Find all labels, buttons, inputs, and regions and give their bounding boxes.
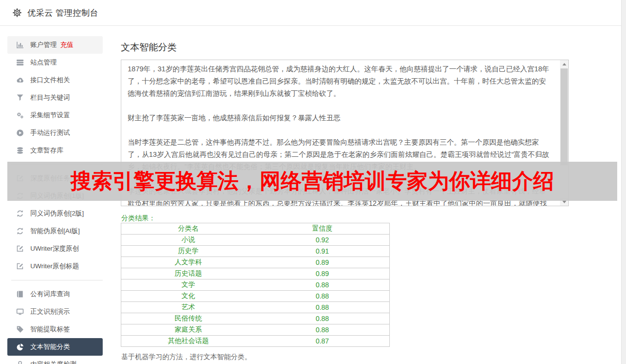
monitor-icon xyxy=(16,308,24,316)
sidebar-item-label: 采集细节设置 xyxy=(30,111,70,120)
sidebar-item-5[interactable]: 手动运行测试 xyxy=(7,124,103,142)
table-row: 历史话题 0.89 xyxy=(121,268,390,279)
sidebar-item-14[interactable]: 正文识别演示 xyxy=(7,303,103,321)
sidebar-item-15[interactable]: 智能提取标签 xyxy=(7,321,103,338)
table-row: 家庭关系 0.88 xyxy=(121,324,390,336)
confidence-cell: 0.88 xyxy=(255,313,390,324)
sidebar-item-0[interactable]: 账户管理 充值 xyxy=(7,36,103,54)
sidebar-item-1[interactable]: 站点管理 xyxy=(7,54,103,71)
sidebar-item-label: 内容相关度检测 xyxy=(30,360,77,364)
sidebar-item-9[interactable]: 同义词伪原创[2版] xyxy=(7,205,103,222)
category-cell: 历史话题 xyxy=(121,268,256,279)
sidebar-item-11[interactable]: UWriter深度原创 xyxy=(7,240,103,257)
sidebar-item-label: UWriter原创标题 xyxy=(30,262,79,271)
scrollbar-thumb[interactable] xyxy=(560,68,568,165)
recharge-link[interactable]: 充值 xyxy=(60,41,73,49)
sidebar-item-6[interactable]: 文章暂存库 xyxy=(7,142,103,159)
confidence-header: 置信度 xyxy=(255,223,390,235)
table-row: 小说 0.92 xyxy=(121,235,390,246)
cloud-upload-icon xyxy=(16,76,24,84)
page-title: 文本智能分类 xyxy=(121,41,177,54)
app-header: 优采云 管理控制台 xyxy=(0,0,626,26)
refresh-icon xyxy=(16,227,24,235)
confidence-cell: 0.88 xyxy=(255,279,390,291)
confidence-cell: 0.89 xyxy=(255,257,390,268)
sidebar-item-2[interactable]: 接口文件相关 xyxy=(7,71,103,89)
play-circle-icon xyxy=(16,129,24,137)
sidebar-item-12[interactable]: UWriter原创标题 xyxy=(7,257,103,275)
table-row: 人文学科 0.89 xyxy=(121,257,390,268)
category-cell: 文化 xyxy=(121,291,256,302)
category-cell: 艺术 xyxy=(121,302,256,313)
sidebar-item-10[interactable]: 智能伪原创[AI版] xyxy=(7,222,103,240)
sidebar-item-3[interactable]: 栏目与关键词 xyxy=(7,89,103,107)
category-cell: 文学 xyxy=(121,279,256,291)
sidebar-item-label: 站点管理 xyxy=(30,58,57,67)
textarea-paragraph: 财主抢了李莲英家一亩地，他成慈禧亲信后如何报复？暴露人性丑恶 xyxy=(128,112,552,124)
footer-note: 基于机器学习的方法，进行文本智能分类。 xyxy=(121,353,251,362)
confidence-cell: 0.88 xyxy=(255,324,390,336)
bar-chart-icon xyxy=(16,41,24,49)
table-body: 小说 0.92 历史学 0.91 人文学科 0.89 历史话题 0.89 文学 … xyxy=(121,235,390,347)
sidebar-item-label: 文本智能分类 xyxy=(30,343,70,351)
sidebar-item-label: 接口文件相关 xyxy=(30,76,70,85)
sidebar-item-label: 手动运行测试 xyxy=(30,128,70,137)
sidebar-item-13[interactable]: 公有词库查询 xyxy=(7,285,103,303)
sidebar-item-label: 公有词库查询 xyxy=(30,290,70,299)
triangle-down-icon xyxy=(562,201,566,203)
edit-icon xyxy=(16,245,24,253)
category-cell: 家庭关系 xyxy=(121,324,256,336)
database-icon xyxy=(16,147,24,154)
results-table: 分类名 置信度 小说 0.92 历史学 0.91 人文学科 0.89 历史话题 … xyxy=(121,223,390,347)
confidence-cell: 0.88 xyxy=(255,302,390,313)
triangle-up-icon xyxy=(562,63,566,65)
results-label: 分类结果： xyxy=(121,214,156,223)
watermark-overlay: 搜索引擎更换算法，网络营销培训专家为你详细介绍 xyxy=(7,162,617,201)
textarea-paragraph: 1879年，31岁的李莲英出任储秀宫四品花翎总管，成为慈禧身边的大红人。这年春天… xyxy=(128,63,552,100)
sidebar-item-4[interactable]: 采集细节设置 xyxy=(7,107,103,124)
category-cell: 历史学 xyxy=(121,246,256,257)
tag-icon xyxy=(16,325,24,333)
pie-chart-icon xyxy=(16,343,24,351)
page-scrollbar[interactable] xyxy=(621,0,626,364)
sidebar-item-label: 智能提取标签 xyxy=(30,325,70,334)
sidebar-item-label: 智能伪原创[AI版] xyxy=(30,227,80,236)
table-row: 文化 0.88 xyxy=(121,291,390,302)
book-icon xyxy=(16,290,24,298)
table-row: 民俗传统 0.88 xyxy=(121,313,390,324)
confidence-cell: 0.92 xyxy=(255,235,390,246)
sidebar-item-label: UWriter深度原创 xyxy=(30,244,79,253)
sidebar-item-label: 栏目与关键词 xyxy=(30,93,70,102)
table-row: 文学 0.88 xyxy=(121,279,390,291)
edit-icon xyxy=(16,262,24,270)
table-row: 其他社会话题 0.87 xyxy=(121,336,390,347)
sidebar-item-label: 文章暂存库 xyxy=(30,146,64,155)
confidence-cell: 0.87 xyxy=(255,336,390,347)
category-cell: 小说 xyxy=(121,235,256,246)
gears-icon xyxy=(16,111,24,119)
refresh-icon xyxy=(16,210,24,217)
confidence-cell: 0.88 xyxy=(255,291,390,302)
confidence-cell: 0.91 xyxy=(255,246,390,257)
sidebar-item-label: 正文识别演示 xyxy=(30,307,70,316)
category-cell: 其他社会话题 xyxy=(121,336,256,347)
category-cell: 人文学科 xyxy=(121,257,256,268)
category-cell: 民俗传统 xyxy=(121,313,256,324)
scroll-up-button[interactable] xyxy=(560,60,568,68)
funnel-icon xyxy=(16,94,24,102)
sidebar-item-16[interactable]: 文本智能分类 xyxy=(7,338,103,356)
category-header: 分类名 xyxy=(121,223,256,235)
table-row: 艺术 0.88 xyxy=(121,302,390,313)
confidence-cell: 0.89 xyxy=(255,268,390,279)
sidebar-item-label: 同义词伪原创[2版] xyxy=(30,209,84,218)
watermark-text: 搜索引擎更换算法，网络营销培训专家为你详细介绍 xyxy=(70,167,554,195)
link-icon xyxy=(16,361,24,364)
sidebar-divider xyxy=(11,280,103,280)
table-header-row: 分类名 置信度 xyxy=(121,223,390,235)
table-row: 历史学 0.91 xyxy=(121,246,390,257)
sidebar-item-17[interactable]: 内容相关度检测 xyxy=(7,356,103,364)
sidebar-item-label: 账户管理 xyxy=(30,41,57,49)
gear-icon xyxy=(12,8,22,18)
server-icon xyxy=(16,59,24,66)
app-title: 优采云 管理控制台 xyxy=(27,7,98,19)
